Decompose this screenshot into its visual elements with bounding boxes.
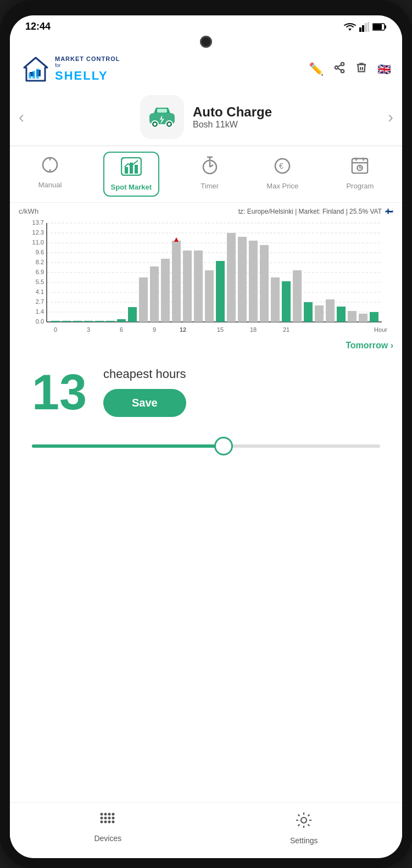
tomorrow-link[interactable]: Tomorrow ›: [346, 341, 393, 350]
svg-text:0.0: 0.0: [36, 318, 44, 325]
tab-program[interactable]: Program: [339, 152, 380, 197]
svg-text:9.6: 9.6: [36, 249, 44, 255]
svg-rect-91: [282, 281, 291, 322]
tab-spot-market[interactable]: Spot Market: [103, 152, 159, 197]
svg-rect-73: [95, 321, 104, 322]
svg-rect-96: [337, 307, 346, 322]
svg-text:12.3: 12.3: [32, 229, 44, 236]
svg-text:3: 3: [87, 326, 90, 333]
delete-button[interactable]: [355, 62, 368, 77]
chart-tz-info: tz: Europe/Helsinki | Market: Finland | …: [238, 208, 393, 215]
logo-market: MARKET CONTROL: [55, 55, 120, 63]
bottom-nav: Devices Settings: [10, 802, 402, 858]
svg-text:Hour: Hour: [374, 326, 387, 333]
svg-rect-32: [135, 165, 138, 174]
svg-text:9: 9: [153, 326, 156, 333]
svg-rect-20: [157, 109, 167, 113]
language-button[interactable]: 🇬🇧: [377, 63, 391, 76]
tab-manual[interactable]: Manual: [32, 152, 69, 197]
tab-spot-market-label: Spot Market: [111, 183, 152, 191]
svg-point-14: [341, 63, 344, 66]
svg-point-118: [104, 821, 107, 824]
finland-flag: 🇫🇮: [385, 208, 393, 215]
prev-device-button[interactable]: ‹: [19, 108, 38, 126]
device-car-icon: [146, 103, 178, 131]
slider-fill: [32, 444, 224, 448]
svg-text:21: 21: [283, 326, 289, 333]
status-time: 12:44: [25, 21, 51, 32]
svg-text:€: €: [279, 162, 283, 170]
cheapest-number: 13: [32, 368, 87, 417]
max-price-icon: €: [274, 156, 291, 179]
svg-point-116: [112, 817, 115, 820]
svg-rect-71: [73, 321, 82, 322]
tab-max-price[interactable]: € Max Price: [260, 152, 305, 197]
nav-devices-label: Devices: [94, 834, 121, 843]
svg-point-24: [168, 123, 171, 126]
tz-text: tz: Europe/Helsinki | Market: Finland | …: [238, 208, 382, 215]
tab-program-label: Program: [346, 182, 374, 190]
logo-for: for: [55, 63, 120, 69]
svg-text:4.1: 4.1: [36, 288, 44, 295]
svg-text:11.0: 11.0: [32, 239, 44, 246]
svg-text:1.4: 1.4: [36, 308, 44, 315]
svg-rect-70: [62, 321, 71, 322]
svg-point-119: [108, 821, 111, 824]
svg-rect-97: [348, 311, 357, 322]
svg-rect-98: [359, 314, 368, 322]
svg-rect-3: [365, 23, 367, 32]
phone-frame: 12:44: [0, 0, 412, 868]
mode-tabs: Manual Spot Market: [10, 146, 402, 203]
edit-button[interactable]: ✏️: [309, 62, 324, 76]
svg-point-114: [104, 817, 107, 820]
devices-icon: [99, 811, 116, 831]
cheapest-label: cheapest hours: [103, 367, 186, 381]
svg-rect-84: [205, 270, 214, 322]
device-info-center: Auto Charge Bosh 11kW: [38, 95, 374, 139]
svg-rect-75: [117, 319, 126, 322]
svg-rect-80: [172, 241, 181, 322]
svg-text:2.7: 2.7: [36, 298, 44, 305]
slider-thumb[interactable]: [214, 437, 233, 455]
nav-devices[interactable]: Devices: [94, 811, 121, 845]
slider-track[interactable]: [32, 444, 380, 448]
svg-rect-13: [36, 69, 39, 79]
svg-point-113: [101, 817, 103, 820]
svg-rect-72: [84, 321, 93, 322]
svg-rect-11: [29, 73, 31, 79]
app-logo-icon: [21, 54, 51, 84]
next-device-button[interactable]: ›: [374, 108, 393, 126]
svg-rect-2: [362, 25, 364, 32]
svg-text:6.9: 6.9: [36, 269, 44, 275]
svg-point-115: [108, 817, 111, 820]
svg-text:12: 12: [180, 326, 186, 333]
svg-rect-83: [194, 251, 203, 322]
svg-point-110: [104, 813, 107, 816]
svg-text:13.7: 13.7: [32, 219, 44, 226]
nav-settings[interactable]: Settings: [290, 811, 318, 845]
svg-rect-85: [216, 261, 225, 322]
camera-bar: [10, 35, 402, 50]
share-button[interactable]: [333, 62, 346, 77]
save-button[interactable]: Save: [103, 389, 186, 417]
device-nav: ‹ Auto: [10, 88, 402, 146]
svg-rect-89: [260, 245, 269, 322]
svg-line-18: [338, 65, 341, 67]
svg-rect-12: [32, 71, 35, 79]
logo-area: MARKET CONTROL for SHELLY: [21, 54, 120, 84]
chart-container: 0.0 1.4 2.7 4.1 5.5 6.9 8.2 9.6 11.0 12.…: [19, 218, 393, 338]
svg-point-121: [301, 817, 307, 823]
tab-timer[interactable]: Timer: [194, 152, 225, 197]
svg-text:18: 18: [250, 326, 257, 333]
svg-point-16: [341, 70, 344, 73]
svg-text:8.2: 8.2: [36, 259, 44, 265]
svg-text:0: 0: [54, 326, 57, 333]
svg-rect-69: [51, 321, 60, 322]
chart-tomorrow[interactable]: Tomorrow ›: [19, 338, 393, 354]
logo-shelly: SHELLY: [55, 69, 120, 83]
svg-rect-93: [304, 302, 313, 322]
svg-point-112: [112, 813, 115, 816]
slider-section: [10, 428, 402, 470]
svg-rect-92: [293, 270, 302, 322]
chart-header: c/kWh tz: Europe/Helsinki | Market: Finl…: [19, 207, 393, 215]
